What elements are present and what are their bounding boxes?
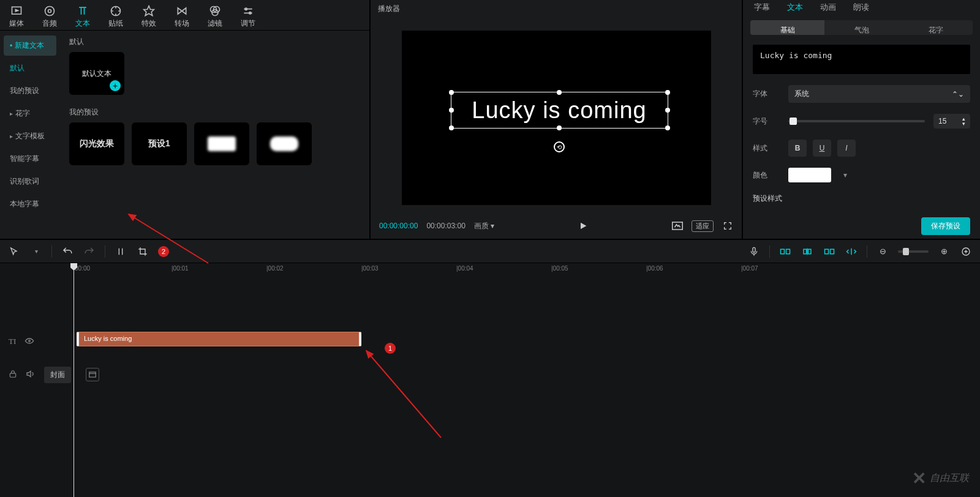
mic-icon[interactable] bbox=[747, 245, 761, 258]
side-default[interactable]: 默认 bbox=[4, 58, 56, 78]
resize-handle-bl[interactable] bbox=[449, 125, 454, 130]
tab-audio[interactable]: 音频 bbox=[42, 5, 57, 29]
svg-marker-5 bbox=[144, 6, 154, 16]
subtab-basic[interactable]: 基础 bbox=[750, 20, 824, 35]
svg-rect-13 bbox=[753, 247, 755, 252]
preview-canvas[interactable]: Lucky is coming ⟲ bbox=[402, 31, 711, 205]
resize-handle-tr[interactable] bbox=[665, 90, 670, 95]
color-swatch[interactable] bbox=[788, 168, 831, 182]
fullscreen-icon[interactable] bbox=[722, 220, 733, 231]
current-time: 00:00:00:00 bbox=[379, 222, 418, 230]
align-tool-2[interactable] bbox=[801, 245, 814, 258]
ruler-tick: |00:01 bbox=[172, 265, 189, 272]
zoom-fit[interactable] bbox=[959, 245, 973, 258]
add-track-button[interactable] bbox=[86, 368, 99, 381]
resize-handle-br[interactable] bbox=[665, 125, 670, 130]
ruler-tick: |00:06 bbox=[646, 265, 663, 272]
undo-button[interactable] bbox=[61, 245, 74, 258]
ratio-icon[interactable] bbox=[672, 220, 683, 231]
tab-effect[interactable]: 特效 bbox=[141, 5, 156, 29]
text-track-icon: TI bbox=[9, 337, 16, 346]
tab-adjust[interactable]: 调节 bbox=[241, 5, 255, 29]
italic-button[interactable]: I bbox=[837, 140, 856, 157]
pointer-tool-dropdown[interactable]: ▾ bbox=[29, 245, 43, 258]
pointer-tool[interactable] bbox=[7, 245, 21, 258]
thumb-preset-1[interactable]: 预设1 bbox=[132, 122, 187, 165]
resize-handle-b[interactable] bbox=[557, 125, 562, 130]
svg-rect-18 bbox=[825, 249, 829, 254]
thumb-preset-blur-1[interactable] bbox=[194, 122, 249, 165]
zoom-in[interactable]: ⊕ bbox=[937, 245, 951, 258]
watermark-x-icon: ✕ bbox=[912, 468, 926, 488]
svg-rect-17 bbox=[809, 249, 812, 254]
color-dropdown-icon[interactable]: ▾ bbox=[840, 171, 851, 179]
align-tool-1[interactable] bbox=[778, 245, 792, 258]
side-fancy[interactable]: 花字 bbox=[4, 103, 56, 124]
zoom-slider[interactable] bbox=[898, 250, 929, 253]
text-clip[interactable]: Lucky is coming bbox=[77, 332, 361, 346]
resize-handle-tl[interactable] bbox=[449, 90, 454, 95]
timeline-ruler[interactable]: 00:00 |00:01 |00:02 |00:03 |00:04 |00:05… bbox=[74, 263, 980, 277]
stepper-icon[interactable]: ▴▾ bbox=[962, 116, 965, 126]
svg-point-2 bbox=[45, 7, 55, 16]
prop-subtabs: 基础 气泡 花字 bbox=[750, 20, 973, 35]
svg-point-3 bbox=[48, 10, 51, 13]
side-local-sub[interactable]: 本地字幕 bbox=[4, 194, 56, 214]
save-preset-button[interactable]: 保存预设 bbox=[921, 217, 970, 235]
lock-icon[interactable] bbox=[9, 369, 17, 381]
slider-knob[interactable] bbox=[790, 118, 797, 125]
side-new-text[interactable]: • 新建文本 bbox=[4, 36, 56, 56]
thumb-default-text[interactable]: 默认文本 + bbox=[69, 52, 124, 95]
crop-button[interactable] bbox=[136, 245, 149, 258]
tab-media[interactable]: 媒体 bbox=[9, 5, 24, 29]
playhead[interactable] bbox=[74, 264, 74, 497]
tab-sticker[interactable]: 贴纸 bbox=[108, 5, 123, 29]
quality-label[interactable]: 画质 ▾ bbox=[474, 221, 494, 231]
text-content-input[interactable] bbox=[753, 45, 970, 74]
underline-button[interactable]: U bbox=[813, 140, 831, 157]
side-text-template[interactable]: 文字模板 bbox=[4, 126, 56, 146]
preview-text-box[interactable]: Lucky is coming ⟲ bbox=[451, 92, 668, 129]
thumb-preset-blur-2[interactable] bbox=[257, 122, 312, 165]
prop-tab-read[interactable]: 朗读 bbox=[853, 2, 869, 13]
align-tool-4[interactable] bbox=[845, 245, 858, 258]
bold-button[interactable]: B bbox=[788, 140, 807, 157]
play-button[interactable] bbox=[578, 220, 589, 231]
zoom-out[interactable]: ⊖ bbox=[876, 245, 889, 258]
visibility-icon[interactable] bbox=[24, 337, 34, 346]
side-smart-sub[interactable]: 智能字幕 bbox=[4, 149, 56, 169]
fit-button[interactable]: 适应 bbox=[692, 220, 714, 232]
font-select[interactable]: 系统⌃⌄ bbox=[788, 85, 970, 103]
mute-icon[interactable] bbox=[26, 370, 36, 380]
rotate-handle[interactable]: ⟲ bbox=[554, 141, 565, 152]
prop-tab-text[interactable]: 文本 bbox=[787, 2, 803, 13]
add-icon[interactable]: + bbox=[110, 80, 121, 91]
subtab-fancy[interactable]: 花字 bbox=[899, 20, 973, 35]
prop-tab-anim[interactable]: 动画 bbox=[820, 2, 836, 13]
side-lyrics[interactable]: 识别歌词 bbox=[4, 171, 56, 192]
cover-button[interactable]: 封面 bbox=[44, 367, 71, 383]
resize-handle-r[interactable] bbox=[665, 108, 670, 113]
resize-handle-l[interactable] bbox=[449, 108, 454, 113]
svg-rect-23 bbox=[89, 372, 96, 377]
ruler-tick: |00:07 bbox=[741, 265, 758, 272]
timeline-tracks[interactable]: TI Lucky is coming 封面 bbox=[0, 277, 980, 497]
side-my-presets[interactable]: 我的预设 bbox=[4, 81, 56, 101]
prop-tab-subtitle[interactable]: 字幕 bbox=[754, 2, 770, 13]
size-slider[interactable] bbox=[788, 120, 925, 122]
subtab-bubble[interactable]: 气泡 bbox=[824, 20, 899, 35]
player-controls: 00:00:00:00 00:00:03:00 画质 ▾ 适应 bbox=[371, 213, 742, 239]
tab-filter[interactable]: 滤镜 bbox=[208, 5, 222, 29]
thumb-preset-shine[interactable]: 闪光效果 bbox=[69, 122, 124, 165]
tab-sticker-label: 贴纸 bbox=[108, 18, 123, 29]
section-default-title: 默认 bbox=[69, 37, 360, 47]
tab-text[interactable]: 文本 bbox=[75, 5, 90, 29]
svg-rect-22 bbox=[10, 373, 15, 376]
svg-rect-15 bbox=[786, 249, 790, 254]
align-tool-3[interactable] bbox=[823, 245, 836, 258]
size-value-box[interactable]: 15▴▾ bbox=[933, 114, 970, 129]
tab-adjust-label: 调节 bbox=[241, 18, 255, 29]
split-button[interactable] bbox=[114, 245, 127, 258]
resize-handle-t[interactable] bbox=[557, 90, 562, 95]
tab-transition[interactable]: 转场 bbox=[175, 5, 189, 29]
